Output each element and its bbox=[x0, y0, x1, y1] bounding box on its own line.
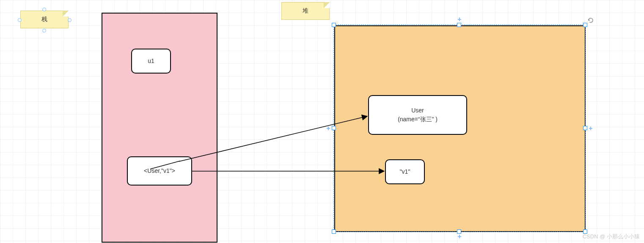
node-user-line2: (name=“张三” ) bbox=[398, 115, 438, 124]
handle-circle[interactable] bbox=[42, 8, 46, 11]
handle-circle[interactable] bbox=[68, 18, 72, 22]
plus-icon[interactable]: + bbox=[325, 125, 332, 132]
node-user[interactable]: User (name=“张三” ) bbox=[368, 95, 467, 135]
node-userv1-label: <User,"v1"> bbox=[144, 167, 175, 175]
note-stack[interactable]: 栈 bbox=[20, 11, 69, 28]
note-heap-label: 堆 bbox=[303, 7, 308, 15]
rotate-icon[interactable] bbox=[587, 17, 594, 24]
resize-handle[interactable] bbox=[583, 126, 587, 130]
handle-circle[interactable] bbox=[42, 29, 46, 33]
stack-container[interactable] bbox=[102, 13, 217, 243]
node-v1-label: "v1" bbox=[400, 167, 410, 176]
node-u1[interactable]: u1 bbox=[131, 49, 171, 74]
resize-handle[interactable] bbox=[332, 229, 336, 234]
watermark-text: CSDN @ 小那么小小猿 bbox=[583, 233, 640, 240]
plus-icon[interactable]: + bbox=[456, 233, 463, 240]
fold-icon bbox=[63, 11, 69, 16]
fold-icon bbox=[324, 2, 330, 8]
plus-icon[interactable]: + bbox=[587, 125, 594, 132]
resize-handle[interactable] bbox=[332, 126, 336, 130]
node-u1-label: u1 bbox=[148, 57, 154, 66]
resize-handle[interactable] bbox=[583, 23, 587, 27]
handle-circle[interactable] bbox=[18, 18, 22, 22]
plus-icon[interactable]: + bbox=[456, 16, 463, 23]
node-userv1[interactable]: <User,"v1"> bbox=[127, 156, 192, 186]
node-v1[interactable]: "v1" bbox=[385, 159, 425, 184]
diagram-canvas[interactable]: 栈 堆 + + + + u1 <User,"v1"> User (name=“张… bbox=[0, 0, 644, 243]
note-heap[interactable]: 堆 bbox=[281, 2, 330, 20]
resize-handle[interactable] bbox=[457, 23, 461, 27]
watermark: CSDN @ 小那么小小猿 bbox=[583, 233, 640, 240]
note-stack-label: 栈 bbox=[41, 16, 47, 23]
resize-handle[interactable] bbox=[332, 23, 336, 27]
node-user-line1: User bbox=[411, 106, 424, 115]
